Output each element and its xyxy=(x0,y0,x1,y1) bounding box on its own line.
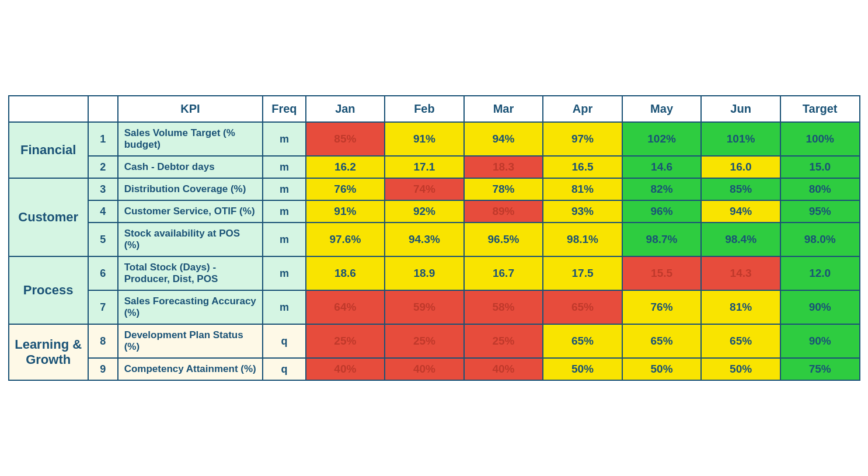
cell-jan: 40% xyxy=(306,358,385,380)
kpi-frequency: m xyxy=(263,223,305,256)
category-cell: Customer xyxy=(9,178,88,256)
cell-mar: 25% xyxy=(464,324,543,358)
cell-feb: 17.1 xyxy=(385,156,464,178)
cell-jan: 76% xyxy=(306,178,385,200)
kpi-number: 4 xyxy=(88,200,118,223)
kpi-number: 7 xyxy=(88,290,118,324)
kpi-label: Development Plan Status (%) xyxy=(118,324,263,358)
cell-may: 82% xyxy=(622,178,702,200)
cell-may: 96% xyxy=(622,200,702,223)
cell-target: 100% xyxy=(780,122,860,156)
cell-may: 65% xyxy=(622,324,702,358)
kpi-label: Competency Attainment (%) xyxy=(118,358,263,380)
kpi-number: 1 xyxy=(88,122,118,156)
cell-jun: 14.3 xyxy=(701,256,780,290)
cell-may: 50% xyxy=(622,358,702,380)
cell-target: 90% xyxy=(780,324,860,358)
table-row: Learning & Growth8Development Plan Statu… xyxy=(9,324,860,358)
cell-target: 15.0 xyxy=(780,156,860,178)
header-kpi: KPI xyxy=(118,96,263,122)
cell-apr: 81% xyxy=(543,178,622,200)
cell-jan: 91% xyxy=(306,200,385,223)
cell-apr: 16.5 xyxy=(543,156,622,178)
header-feb: Feb xyxy=(385,96,464,122)
cell-target: 90% xyxy=(780,290,860,324)
cell-jun: 94% xyxy=(701,200,780,223)
table-row: Financial1Sales Volume Target (% budget)… xyxy=(9,122,860,156)
kpi-number: 3 xyxy=(88,178,118,200)
kpi-number: 2 xyxy=(88,156,118,178)
kpi-number: 8 xyxy=(88,324,118,358)
cell-jun: 50% xyxy=(701,358,780,380)
cell-apr: 93% xyxy=(543,200,622,223)
header-may: May xyxy=(622,96,702,122)
cell-apr: 98.1% xyxy=(543,223,622,256)
cell-target: 95% xyxy=(780,200,860,223)
cell-may: 98.7% xyxy=(622,223,702,256)
cell-jan: 25% xyxy=(306,324,385,358)
kpi-label: Sales Forecasting Accuracy (%) xyxy=(118,290,263,324)
cell-feb: 74% xyxy=(385,178,464,200)
cell-target: 75% xyxy=(780,358,860,380)
table-row: 9Competency Attainment (%)q40%40%40%50%5… xyxy=(9,358,860,380)
cell-apr: 65% xyxy=(543,290,622,324)
cell-target: 98.0% xyxy=(780,223,860,256)
cell-feb: 92% xyxy=(385,200,464,223)
cell-jun: 81% xyxy=(701,290,780,324)
cell-jun: 98.4% xyxy=(701,223,780,256)
cell-mar: 78% xyxy=(464,178,543,200)
cell-may: 15.5 xyxy=(622,256,702,290)
cell-feb: 59% xyxy=(385,290,464,324)
cell-target: 12.0 xyxy=(780,256,860,290)
table-row: Process6Total Stock (Days) - Producer, D… xyxy=(9,256,860,290)
cell-jun: 16.0 xyxy=(701,156,780,178)
cell-mar: 18.3 xyxy=(464,156,543,178)
kpi-frequency: q xyxy=(263,324,305,358)
header-category xyxy=(9,96,88,122)
cell-jan: 97.6% xyxy=(306,223,385,256)
category-cell: Learning & Growth xyxy=(9,324,88,380)
table-row: 4Customer Service, OTIF (%)m91%92%89%93%… xyxy=(9,200,860,223)
table-row: Customer3Distribution Coverage (%)m76%74… xyxy=(9,178,860,200)
kpi-frequency: m xyxy=(263,256,305,290)
kpi-label: Sales Volume Target (% budget) xyxy=(118,122,263,156)
cell-mar: 94% xyxy=(464,122,543,156)
cell-feb: 18.9 xyxy=(385,256,464,290)
cell-apr: 97% xyxy=(543,122,622,156)
cell-feb: 25% xyxy=(385,324,464,358)
kpi-frequency: m xyxy=(263,156,305,178)
kpi-label: Total Stock (Days) - Producer, Dist, POS xyxy=(118,256,263,290)
kpi-number: 5 xyxy=(88,223,118,256)
cell-apr: 65% xyxy=(543,324,622,358)
header-row: KPI Freq Jan Feb Mar Apr May Jun Target xyxy=(9,96,860,122)
cell-feb: 94.3% xyxy=(385,223,464,256)
cell-jun: 85% xyxy=(701,178,780,200)
cell-mar: 89% xyxy=(464,200,543,223)
cell-jun: 65% xyxy=(701,324,780,358)
scorecard-wrapper: KPI Freq Jan Feb Mar Apr May Jun Target … xyxy=(8,95,860,381)
cell-mar: 58% xyxy=(464,290,543,324)
kpi-label: Distribution Coverage (%) xyxy=(118,178,263,200)
header-freq: Freq xyxy=(263,96,305,122)
header-mar: Mar xyxy=(464,96,543,122)
cell-mar: 96.5% xyxy=(464,223,543,256)
cell-jan: 18.6 xyxy=(306,256,385,290)
cell-mar: 40% xyxy=(464,358,543,380)
kpi-table: KPI Freq Jan Feb Mar Apr May Jun Target … xyxy=(8,95,860,381)
cell-jun: 101% xyxy=(701,122,780,156)
header-target: Target xyxy=(780,96,860,122)
kpi-frequency: m xyxy=(263,122,305,156)
cell-may: 102% xyxy=(622,122,702,156)
kpi-label: Customer Service, OTIF (%) xyxy=(118,200,263,223)
header-num xyxy=(88,96,118,122)
kpi-number: 6 xyxy=(88,256,118,290)
cell-apr: 50% xyxy=(543,358,622,380)
cell-may: 14.6 xyxy=(622,156,702,178)
kpi-frequency: m xyxy=(263,178,305,200)
category-cell: Financial xyxy=(9,122,88,178)
kpi-frequency: q xyxy=(263,358,305,380)
category-cell: Process xyxy=(9,256,88,324)
header-apr: Apr xyxy=(543,96,622,122)
table-row: 7Sales Forecasting Accuracy (%)m64%59%58… xyxy=(9,290,860,324)
kpi-frequency: m xyxy=(263,200,305,223)
